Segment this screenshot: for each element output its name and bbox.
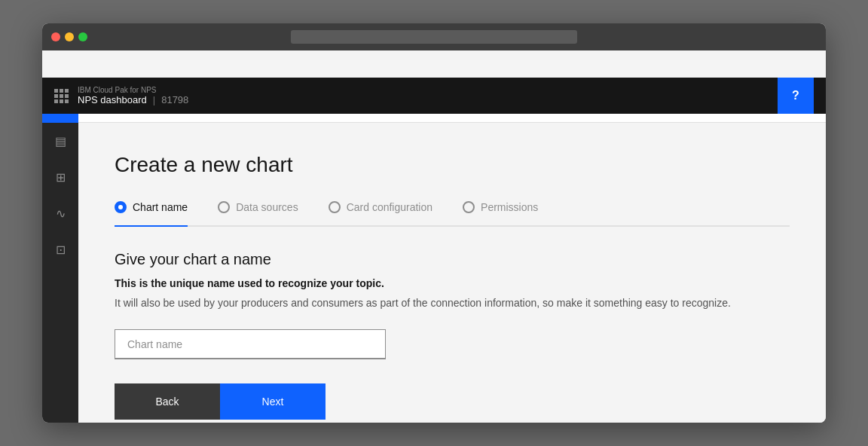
chart-name-input-wrapper bbox=[115, 329, 386, 359]
main-content: ← Back to Topics Create a new chart Char… bbox=[78, 87, 826, 423]
grid-menu-icon[interactable] bbox=[54, 89, 69, 103]
title-bar bbox=[42, 23, 826, 50]
nav-main-title: NPS dashboard | 81798 bbox=[78, 94, 188, 105]
step-data-sources[interactable]: Data sources bbox=[218, 201, 298, 213]
app-window: IBM Cloud Pak for NPS NPS dashboard | 81… bbox=[42, 23, 826, 423]
help-icon: ? bbox=[792, 89, 799, 102]
button-group: Back Next bbox=[115, 383, 326, 420]
chart-name-input[interactable] bbox=[115, 329, 386, 359]
next-button[interactable]: Next bbox=[220, 383, 326, 420]
below-nav: ⌂ ▤ ⊞ ∿ ⊡ ← bbox=[42, 87, 826, 423]
step-chart-name[interactable]: Chart name bbox=[115, 201, 188, 213]
nav-dashboard-name: NPS dashboard bbox=[78, 94, 147, 105]
grid-icon-sidebar: ⊞ bbox=[56, 170, 66, 185]
top-nav: IBM Cloud Pak for NPS NPS dashboard | 81… bbox=[42, 78, 826, 114]
stepper: Chart name Data sources Card configurati… bbox=[115, 201, 790, 227]
sidebar-item-grid[interactable]: ⊞ bbox=[42, 159, 78, 195]
step-indicator-1 bbox=[115, 201, 127, 213]
step-label-4: Permissions bbox=[481, 201, 538, 213]
nav-id: 81798 bbox=[161, 94, 188, 105]
section-title: Give your chart a name bbox=[115, 251, 790, 268]
page-title: Create a new chart bbox=[115, 153, 790, 177]
sidebar-item-briefcase[interactable]: ⊡ bbox=[42, 231, 78, 267]
step-card-configuration[interactable]: Card configuration bbox=[329, 201, 432, 213]
chart-icon: ▤ bbox=[55, 134, 66, 148]
minimize-button[interactable] bbox=[65, 32, 74, 41]
nav-separator: | bbox=[153, 94, 155, 105]
close-button[interactable] bbox=[51, 32, 60, 41]
briefcase-icon: ⊡ bbox=[56, 243, 66, 257]
step-indicator-3 bbox=[329, 201, 341, 213]
help-button[interactable]: ? bbox=[778, 78, 814, 114]
sidebar: ⌂ ▤ ⊞ ∿ ⊡ bbox=[42, 87, 78, 423]
traffic-lights bbox=[51, 32, 87, 41]
maximize-button[interactable] bbox=[78, 32, 87, 41]
step-indicator-4 bbox=[463, 201, 475, 213]
back-button[interactable]: Back bbox=[115, 383, 220, 420]
step-label-1: Chart name bbox=[133, 201, 188, 213]
nav-right: ? bbox=[778, 78, 814, 114]
step-label-2: Data sources bbox=[236, 201, 298, 213]
sidebar-item-chart[interactable]: ▤ bbox=[42, 123, 78, 159]
description-normal: It will also be used by your producers a… bbox=[115, 295, 790, 311]
nav-left: IBM Cloud Pak for NPS NPS dashboard | 81… bbox=[54, 86, 188, 105]
description-bold: This is the unique name used to recogniz… bbox=[115, 277, 790, 289]
step-permissions[interactable]: Permissions bbox=[463, 201, 538, 213]
step-label-3: Card configuration bbox=[347, 201, 432, 213]
nav-title-group: IBM Cloud Pak for NPS NPS dashboard | 81… bbox=[78, 86, 188, 105]
sidebar-item-activity[interactable]: ∿ bbox=[42, 195, 78, 231]
title-bar-url bbox=[291, 30, 577, 44]
form-area: Create a new chart Chart name Data sourc… bbox=[78, 123, 826, 423]
activity-icon: ∿ bbox=[56, 206, 66, 221]
nav-subtitle: IBM Cloud Pak for NPS bbox=[78, 86, 188, 94]
step-indicator-2 bbox=[218, 201, 230, 213]
